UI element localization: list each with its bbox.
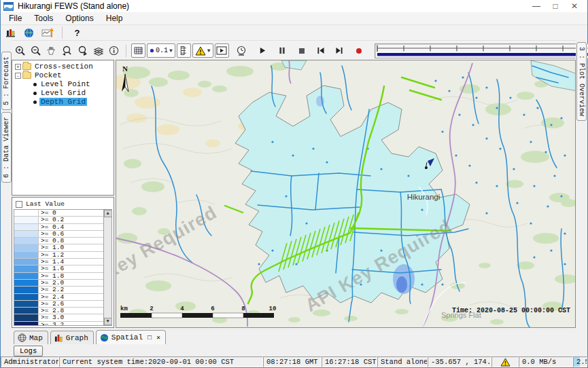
town-label: Hikurangi [407, 193, 440, 201]
zoom-previous-button[interactable] [60, 43, 74, 58]
folder-icon [22, 63, 31, 70]
legend-row-label: >= 2.6 [39, 301, 66, 307]
tab-close-icon[interactable]: ✕ [156, 333, 160, 342]
tab-plot-overview[interactable]: 3 : Plot Overview [576, 42, 587, 121]
tree-node-pocket[interactable]: - Pocket [14, 71, 114, 79]
tab-maximize-icon[interactable]: □ [148, 334, 152, 342]
pan-button[interactable] [44, 43, 58, 58]
grid-display-button[interactable] [131, 43, 145, 58]
status-memory-gauge: 2.5 GB [573, 356, 587, 367]
menu-file[interactable]: File [3, 13, 27, 24]
skip-to-start-button[interactable] [314, 43, 328, 58]
legend-scrollbar[interactable]: ▲ ▼ [103, 210, 111, 325]
skip-end-icon [335, 47, 343, 54]
logs-button[interactable]: Logs [14, 346, 43, 356]
zoom-in-icon [15, 45, 26, 56]
scroll-down-icon[interactable]: ▼ [104, 318, 112, 325]
globe-icon [24, 28, 34, 38]
legend-color-swatch [14, 224, 39, 230]
map-canvas: API Key Required API Key Required Hikura… [116, 60, 576, 328]
class-break-dropdown[interactable]: 0.1 ▼ [147, 43, 175, 58]
bullet-icon [33, 92, 37, 95]
toolbar-separator [126, 45, 126, 57]
time-navigator-button[interactable] [235, 43, 249, 58]
thresholds-dropdown[interactable]: ▼ [192, 43, 213, 58]
pause-button[interactable] [275, 43, 290, 58]
scroll-up-icon[interactable]: ▲ [104, 210, 112, 217]
legend-color-swatch [14, 280, 39, 286]
record-button[interactable] [352, 43, 366, 58]
left-tab-strip: 5 : Forecast 6 : Data Viewer [1, 39, 12, 330]
dot-icon [150, 48, 154, 53]
zoom-out-button[interactable] [29, 43, 43, 58]
database-explorer-button[interactable] [3, 26, 18, 40]
collapse-icon[interactable]: - [15, 73, 21, 79]
tab-graph[interactable]: Graph [50, 331, 94, 344]
timeline-slider[interactable] [375, 43, 588, 58]
map-viewport[interactable]: API Key Required API Key Required Hikura… [116, 60, 576, 328]
pause-icon [279, 47, 286, 54]
legend-color-swatch [14, 210, 39, 216]
tree-node-level-grid[interactable]: Level Grid [32, 89, 114, 97]
tree-node-level-point[interactable]: Level Point [32, 80, 114, 88]
record-icon [356, 48, 362, 54]
legend-row: >= 3.2 [14, 322, 103, 326]
status-warning-cell[interactable] [491, 356, 519, 367]
scale-tick: 4 [180, 306, 184, 312]
legend-row-label: >= 2.4 [39, 294, 66, 300]
minimize-button[interactable]: — [532, 1, 541, 11]
stop-button[interactable] [295, 43, 309, 58]
animation-dialog-button[interactable] [215, 43, 229, 58]
play-button[interactable] [256, 43, 270, 58]
tab-forecast[interactable]: 5 : Forecast [1, 52, 12, 110]
legend-color-swatch [14, 259, 39, 265]
scale-tick: 8 [241, 306, 245, 312]
tree-node-cross-section[interactable]: + Cross-section [14, 62, 114, 71]
tab-map-label: Map [29, 334, 43, 342]
legend-color-swatch [14, 322, 39, 326]
zoom-previous-icon [61, 45, 73, 56]
info-button[interactable] [107, 43, 121, 58]
tab-spatial[interactable]: Spatial □ ✕ [96, 330, 166, 344]
help-button[interactable]: ? [70, 26, 84, 40]
zoom-next-button[interactable] [75, 43, 90, 58]
bar-chart-icon [54, 333, 63, 342]
status-user: Administrator [1, 356, 59, 367]
scale-tick: 2 [150, 306, 153, 312]
skip-to-end-button[interactable] [332, 43, 347, 58]
scale-legend-button[interactable] [177, 43, 191, 58]
maximize-button[interactable]: □ [551, 1, 560, 11]
legend-color-swatch [14, 273, 39, 279]
menu-bar: File Tools Options Help [1, 12, 587, 25]
zoom-in-button[interactable] [13, 43, 27, 58]
menu-tools[interactable]: Tools [29, 13, 58, 24]
status-local-time: 16:27:18 CST [322, 356, 377, 367]
legend-color-swatch [14, 314, 39, 320]
expand-icon[interactable]: + [15, 64, 21, 70]
app-window: Hikurangi FEWS (Stand alone) — □ ✕ File … [0, 0, 588, 368]
close-button[interactable]: ✕ [570, 1, 579, 11]
scale-unit: km [120, 306, 128, 312]
menu-options[interactable]: Options [60, 13, 99, 24]
legend-row-label: >= 2.0 [39, 280, 66, 286]
tree-node-label: Level Grid [39, 89, 87, 97]
last-value-checkbox[interactable] [16, 201, 22, 208]
legend-color-swatch [14, 244, 39, 251]
legend-color-swatch [14, 238, 39, 244]
layers-button[interactable] [91, 43, 105, 58]
toolbar-separator [62, 26, 63, 39]
timeseries-dialog-button[interactable] [40, 26, 54, 40]
map-display-button[interactable] [22, 26, 36, 40]
status-bar: Administrator Current system time:2020-0… [1, 356, 587, 367]
zoom-out-icon [31, 45, 41, 56]
tree-node-depth-grid[interactable]: Depth Grid [32, 98, 114, 106]
warning-icon [195, 46, 206, 56]
spatial-layer-tree: + Cross-section - Pocket Level Point Lev… [12, 60, 114, 196]
skip-start-icon [317, 47, 325, 54]
tab-data-viewer[interactable]: 6 : Data Viewer [1, 112, 12, 183]
status-coordinates: -35.657 , 174.199 [428, 356, 491, 367]
chevron-down-icon: ▼ [207, 48, 211, 54]
timeseries-chart-icon [41, 27, 54, 38]
menu-help[interactable]: Help [101, 13, 128, 24]
tab-map[interactable]: Map [14, 331, 48, 344]
